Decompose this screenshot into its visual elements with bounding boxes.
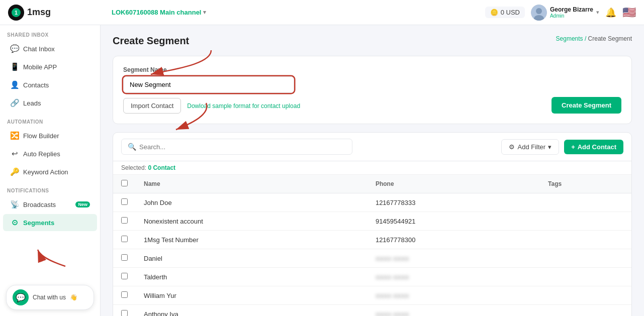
contact-phone: 12167778333 [367, 193, 540, 212]
chat-bubble-icon: 💬 [13, 289, 29, 305]
filter-btn-label: Add Filter [517, 143, 545, 151]
table-row: William Yur ●●●● ●●●● [113, 286, 631, 305]
contact-name: Anthony Iva [136, 305, 367, 317]
search-input[interactable] [139, 143, 346, 151]
page-header: Create Segment Segments / Create Segment [113, 35, 632, 47]
sidebar-item-keyword-action[interactable]: 🔑 Keyword Action [3, 163, 97, 180]
import-contact-button[interactable]: Import Contact [123, 98, 181, 114]
segment-name-input[interactable] [123, 76, 294, 93]
row-checkbox[interactable] [121, 310, 128, 316]
logo-text: 1msg [27, 7, 51, 18]
wallet-icon: 🪙 [490, 9, 498, 16]
sidebar-item-chat-inbox[interactable]: 💬 Chat Inbox [3, 40, 97, 57]
table-row: Anthony Iva ●●●● ●●●● [113, 305, 631, 317]
contact-tags [540, 249, 631, 268]
channel-label: LOK607160088 Main channel [112, 9, 201, 16]
sidebar-item-mobile-app[interactable]: 📱 Mobile APP [3, 58, 97, 75]
logo[interactable]: 1 1msg [8, 5, 104, 21]
sidebar-item-label: Broadcasts [23, 201, 56, 208]
sidebar-item-flow-builder[interactable]: 🔀 Flow Builder [3, 127, 97, 144]
add-contact-button[interactable]: + Add Contact [564, 140, 623, 154]
contact-tags [540, 268, 631, 286]
row-checkbox[interactable] [121, 198, 128, 205]
table-row: Daniel ●●●● ●●●● [113, 249, 631, 268]
row-checkbox[interactable] [121, 291, 128, 298]
wave-emoji: 👋 [70, 294, 77, 301]
search-icon: 🔍 [128, 143, 136, 151]
user-menu[interactable]: George Bizarre Admin ▾ [531, 5, 599, 21]
chat-icon: 💬 [10, 44, 19, 53]
sidebar-item-label: Chat Inbox [23, 45, 55, 53]
chat-widget-label: Chat with us [33, 294, 66, 301]
leads-icon: 🔗 [10, 98, 19, 108]
row-checkbox-cell [113, 268, 136, 286]
contact-tags [540, 286, 631, 305]
topbar: 1 1msg LOK607160088 Main channel ▾ 🪙 0 U… [0, 0, 644, 25]
contact-tags [540, 193, 631, 212]
topbar-right: 🪙 0 USD George Bizarre Admin ▾ 🔔 🇺🇸 [485, 5, 636, 21]
row-checkbox[interactable] [121, 254, 128, 261]
contact-phone: ●●●● ●●●● [367, 249, 540, 268]
selected-bar: Selected: 0 Contact [113, 161, 631, 175]
segment-name-group: Segment Name Import Contact Dowload samp… [123, 66, 300, 114]
row-checkbox-cell [113, 249, 136, 268]
channel-selector[interactable]: LOK607160088 Main channel ▾ [112, 9, 477, 16]
chevron-down-icon: ▾ [596, 9, 599, 16]
download-sample-link[interactable]: Dowload sample format for contact upload [187, 102, 300, 110]
sidebar-item-segments[interactable]: ⊙ Segments [3, 214, 97, 231]
row-checkbox[interactable] [121, 273, 128, 279]
breadcrumb-segments[interactable]: Segments [556, 35, 583, 42]
contact-name: Daniel [136, 249, 367, 268]
selected-count: 0 Contact [148, 164, 175, 171]
auto-replies-icon: ↩ [10, 149, 19, 158]
row-checkbox[interactable] [121, 217, 128, 224]
row-checkbox[interactable] [121, 236, 128, 242]
main-layout: SHARED INBOX 💬 Chat Inbox 📱 Mobile APP 👤… [0, 25, 644, 316]
chat-widget[interactable]: 💬 Chat with us 👋 [6, 285, 94, 310]
sidebar-item-label: Leads [23, 99, 41, 107]
chevron-down-icon: ▾ [548, 143, 551, 151]
sidebar-item-contacts[interactable]: 👤 Contacts [3, 76, 97, 93]
sidebar-item-leads[interactable]: 🔗 Leads [3, 94, 97, 112]
contact-name: William Yur [136, 286, 367, 305]
add-contact-label: Add Contact [578, 143, 616, 151]
sidebar-item-auto-replies[interactable]: ↩ Auto Replies [3, 145, 97, 162]
contact-name: Talderth [136, 268, 367, 286]
contacts-table: Name Phone Tags John Doe 12167778333 Non… [113, 175, 631, 316]
row-checkbox-cell [113, 193, 136, 212]
row-checkbox-cell [113, 231, 136, 249]
contacts-toolbar: 🔍 ⚙ Add Filter ▾ + Add Contact [113, 133, 631, 161]
contact-phone: ●●●● ●●●● [367, 286, 540, 305]
contact-phone: ●●●● ●●●● [367, 268, 540, 286]
flag-icon: 🇺🇸 [622, 6, 636, 19]
sidebar-item-broadcasts[interactable]: 📡 Broadcasts New [3, 196, 97, 213]
row-checkbox-cell [113, 305, 136, 317]
segments-icon: ⊙ [10, 218, 19, 227]
table-header-row: Name Phone Tags [113, 175, 631, 193]
add-filter-button[interactable]: ⚙ Add Filter ▾ [501, 139, 559, 155]
shared-inbox-section: SHARED INBOX [0, 25, 100, 40]
balance-value: 0 USD [501, 9, 520, 16]
logo-icon: 1 [8, 5, 24, 21]
bell-icon[interactable]: 🔔 [605, 7, 616, 18]
sidebar-item-label: Auto Replies [23, 150, 60, 158]
contact-tags [540, 305, 631, 317]
row-checkbox-cell [113, 212, 136, 231]
contact-phone: ●●●● ●●●● [367, 305, 540, 317]
sidebar-item-label: Flow Builder [23, 132, 59, 140]
sidebar-item-label: Contacts [23, 81, 49, 89]
breadcrumb-current: Create Segment [588, 35, 632, 42]
search-box: 🔍 [121, 139, 352, 155]
table-row: John Doe 12167778333 [113, 193, 631, 212]
user-name: George Bizarre [550, 6, 593, 13]
selected-label: Selected: [121, 164, 146, 171]
filter-icon: ⚙ [509, 143, 515, 151]
contact-name: John Doe [136, 193, 367, 212]
main-content: Create Segment Segments / Create Segment… [101, 25, 644, 316]
create-segment-button[interactable]: Create Segment [551, 97, 621, 114]
breadcrumb-separator: / [585, 35, 588, 42]
select-all-checkbox[interactable] [121, 180, 128, 186]
contact-name: 1Msg Test Number [136, 231, 367, 249]
automation-section: AUTOMATION [0, 112, 100, 127]
plus-icon: + [571, 143, 575, 151]
